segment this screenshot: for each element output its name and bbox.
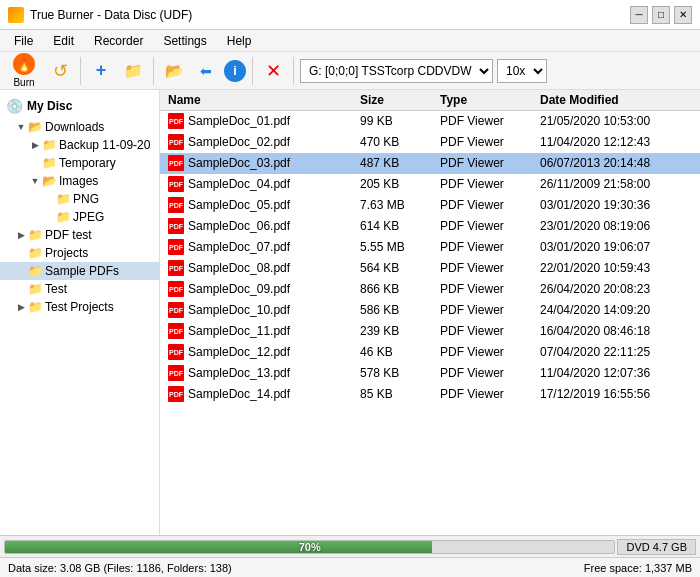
- table-row[interactable]: PDF SampleDoc_06.pdf 614 KB PDF Viewer 2…: [160, 216, 700, 237]
- file-type: PDF Viewer: [436, 135, 536, 149]
- tree-node-png[interactable]: 📁 PNG: [0, 190, 159, 208]
- table-row[interactable]: PDF SampleDoc_12.pdf 46 KB PDF Viewer 07…: [160, 342, 700, 363]
- tree-node-temporary[interactable]: 📁 Temporary: [0, 154, 159, 172]
- folder-jpeg-icon: 📁: [56, 210, 71, 224]
- menu-bar: File Edit Recorder Settings Help: [0, 30, 700, 52]
- file-panel: Name Size Type Date Modified PDF SampleD…: [160, 90, 700, 535]
- tree-node-images[interactable]: ▼ 📂 Images: [0, 172, 159, 190]
- file-name: SampleDoc_07.pdf: [188, 240, 290, 254]
- file-size: 5.55 MB: [356, 240, 436, 254]
- folder-backup-icon: 📁: [42, 138, 57, 152]
- toggle-temporary: [28, 158, 42, 168]
- pdf-icon: PDF: [168, 302, 184, 318]
- table-row[interactable]: PDF SampleDoc_05.pdf 7.63 MB PDF Viewer …: [160, 195, 700, 216]
- import-button[interactable]: ⬅: [192, 57, 220, 85]
- drive-select[interactable]: G: [0;0;0] TSSTcorp CDDVDW: [300, 59, 493, 83]
- file-size: 239 KB: [356, 324, 436, 338]
- file-name-cell: PDF SampleDoc_02.pdf: [164, 134, 356, 150]
- file-name: SampleDoc_01.pdf: [188, 114, 290, 128]
- add-files-button[interactable]: +: [87, 57, 115, 85]
- toggle-testprojects: ▶: [14, 302, 28, 312]
- progress-label: 70%: [5, 541, 614, 553]
- menu-file[interactable]: File: [6, 32, 41, 50]
- disc-type-label: DVD 4.7 GB: [617, 539, 696, 555]
- folder-pdftest-icon: 📁: [28, 228, 43, 242]
- file-list-header: Name Size Type Date Modified: [160, 90, 700, 111]
- toggle-images: ▼: [28, 176, 42, 186]
- delete-button[interactable]: ✕: [259, 57, 287, 85]
- table-row[interactable]: PDF SampleDoc_02.pdf 470 KB PDF Viewer 1…: [160, 132, 700, 153]
- table-row[interactable]: PDF SampleDoc_10.pdf 586 KB PDF Viewer 2…: [160, 300, 700, 321]
- header-type: Type: [436, 93, 536, 107]
- data-size-label: Data size: 3.08 GB (Files: 1186, Folders…: [8, 562, 232, 574]
- header-size: Size: [356, 93, 436, 107]
- tree-node-backup[interactable]: ▶ 📁 Backup 11-09-20: [0, 136, 159, 154]
- window-controls: ─ □ ✕: [630, 6, 692, 24]
- open-folder-button[interactable]: 📂: [160, 57, 188, 85]
- file-name: SampleDoc_02.pdf: [188, 135, 290, 149]
- close-button[interactable]: ✕: [674, 6, 692, 24]
- menu-help[interactable]: Help: [219, 32, 260, 50]
- tree-panel: 💿 My Disc ▼ 📂 Downloads ▶ 📁 Backup 11-09…: [0, 90, 160, 535]
- tree-node-jpeg[interactable]: 📁 JPEG: [0, 208, 159, 226]
- tree-node-test[interactable]: 📁 Test: [0, 280, 159, 298]
- file-size: 614 KB: [356, 219, 436, 233]
- info-button[interactable]: i: [224, 60, 246, 82]
- table-row[interactable]: PDF SampleDoc_13.pdf 578 KB PDF Viewer 1…: [160, 363, 700, 384]
- progress-bar: 70%: [4, 540, 615, 554]
- tree-node-samplepdfs[interactable]: 📁 Sample PDFs: [0, 262, 159, 280]
- burn-button[interactable]: 🔥 Burn: [6, 50, 42, 91]
- main-area: 💿 My Disc ▼ 📂 Downloads ▶ 📁 Backup 11-09…: [0, 90, 700, 535]
- table-row[interactable]: PDF SampleDoc_08.pdf 564 KB PDF Viewer 2…: [160, 258, 700, 279]
- pdf-icon: PDF: [168, 113, 184, 129]
- minimize-button[interactable]: ─: [630, 6, 648, 24]
- file-date: 03/01/2020 19:30:36: [536, 198, 696, 212]
- burn-label: Burn: [13, 77, 34, 88]
- tree-node-testprojects[interactable]: ▶ 📁 Test Projects: [0, 298, 159, 316]
- table-row[interactable]: PDF SampleDoc_03.pdf 487 KB PDF Viewer 0…: [160, 153, 700, 174]
- pdf-icon: PDF: [168, 239, 184, 255]
- menu-edit[interactable]: Edit: [45, 32, 82, 50]
- speed-select[interactable]: 10x: [497, 59, 547, 83]
- add-folder-button[interactable]: 📁: [119, 57, 147, 85]
- menu-settings[interactable]: Settings: [155, 32, 214, 50]
- file-date: 17/12/2019 16:55:56: [536, 387, 696, 401]
- pdf-icon: PDF: [168, 323, 184, 339]
- pdf-icon: PDF: [168, 218, 184, 234]
- refresh-button[interactable]: ↺: [46, 57, 74, 85]
- file-type: PDF Viewer: [436, 198, 536, 212]
- pdf-icon: PDF: [168, 260, 184, 276]
- file-name: SampleDoc_04.pdf: [188, 177, 290, 191]
- file-name: SampleDoc_11.pdf: [188, 324, 290, 338]
- file-type: PDF Viewer: [436, 240, 536, 254]
- file-size: 46 KB: [356, 345, 436, 359]
- maximize-button[interactable]: □: [652, 6, 670, 24]
- table-row[interactable]: PDF SampleDoc_09.pdf 866 KB PDF Viewer 2…: [160, 279, 700, 300]
- tree-node-pdftest[interactable]: ▶ 📁 PDF test: [0, 226, 159, 244]
- file-date: 23/01/2020 08:19:06: [536, 219, 696, 233]
- table-row[interactable]: PDF SampleDoc_11.pdf 239 KB PDF Viewer 1…: [160, 321, 700, 342]
- file-date: 07/04/2020 22:11:25: [536, 345, 696, 359]
- file-type: PDF Viewer: [436, 303, 536, 317]
- table-row[interactable]: PDF SampleDoc_14.pdf 85 KB PDF Viewer 17…: [160, 384, 700, 405]
- file-size: 99 KB: [356, 114, 436, 128]
- title-bar: True Burner - Data Disc (UDF) ─ □ ✕: [0, 0, 700, 30]
- file-type: PDF Viewer: [436, 282, 536, 296]
- file-date: 26/04/2020 20:08:23: [536, 282, 696, 296]
- tree-node-projects[interactable]: 📁 Projects: [0, 244, 159, 262]
- pdf-icon: PDF: [168, 176, 184, 192]
- file-name-cell: PDF SampleDoc_06.pdf: [164, 218, 356, 234]
- file-name-cell: PDF SampleDoc_09.pdf: [164, 281, 356, 297]
- table-row[interactable]: PDF SampleDoc_07.pdf 5.55 MB PDF Viewer …: [160, 237, 700, 258]
- folder-temporary-icon: 📁: [42, 156, 57, 170]
- table-row[interactable]: PDF SampleDoc_04.pdf 205 KB PDF Viewer 2…: [160, 174, 700, 195]
- tree-node-downloads[interactable]: ▼ 📂 Downloads: [0, 118, 159, 136]
- toolbar-separator-3: [252, 57, 253, 85]
- menu-recorder[interactable]: Recorder: [86, 32, 151, 50]
- file-name: SampleDoc_12.pdf: [188, 345, 290, 359]
- tree-label-test: Test: [45, 282, 67, 296]
- table-row[interactable]: PDF SampleDoc_01.pdf 99 KB PDF Viewer 21…: [160, 111, 700, 132]
- toolbar-separator-2: [153, 57, 154, 85]
- file-size: 205 KB: [356, 177, 436, 191]
- file-name: SampleDoc_08.pdf: [188, 261, 290, 275]
